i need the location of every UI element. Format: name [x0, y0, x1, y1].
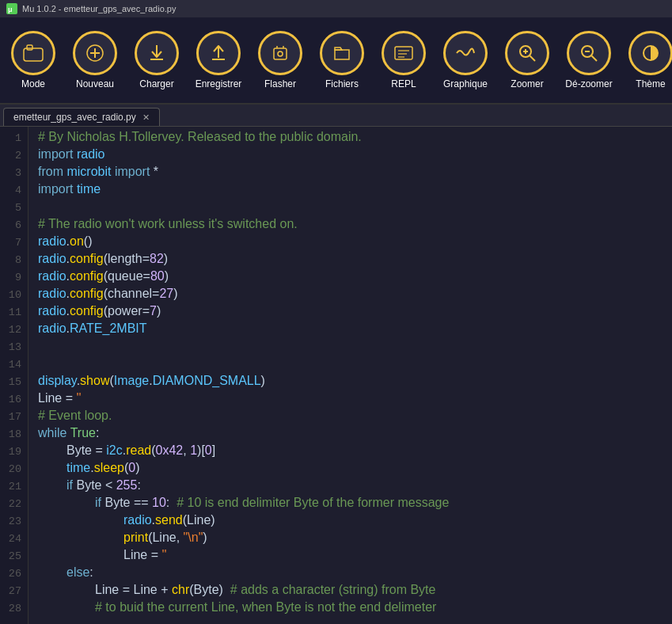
code-line-7: radio.on(): [38, 234, 663, 252]
nouveau-label: Nouveau: [76, 78, 114, 89]
svg-rect-11: [274, 48, 287, 59]
code-line-4: import time: [38, 182, 663, 200]
line-num: 22: [6, 496, 21, 513]
fichiers-icon: [320, 31, 364, 75]
code-line-25: Line = '': [38, 548, 663, 565]
fichiers-button[interactable]: Fichiers: [312, 25, 372, 96]
code-line-2: import radio: [38, 147, 663, 165]
tab-name: emetteur_gps_avec_radio.py: [13, 112, 136, 123]
flasher-button[interactable]: Flasher: [250, 25, 310, 96]
code-line-19: Byte = i2c.read(0x42, 1)[0]: [38, 443, 663, 461]
theme-label: Thème: [636, 78, 665, 89]
zoomer-button[interactable]: Zoomer: [497, 25, 557, 96]
toolbar: Mode Nouveau Charger: [0, 17, 672, 105]
window-title: Mu 1.0.2 - emetteur_gps_avec_radio.py: [22, 4, 176, 13]
dezoomer-icon: [567, 31, 611, 75]
line-num: 7: [6, 234, 21, 252]
line-num: 16: [6, 391, 21, 409]
line-num: 6: [6, 217, 21, 234]
close-tab-icon[interactable]: ✕: [142, 112, 150, 123]
line-num: 5: [6, 200, 21, 217]
graphique-icon: [443, 31, 488, 75]
line-num: 13: [6, 339, 21, 356]
mode-button[interactable]: Mode: [3, 25, 63, 96]
charger-button[interactable]: Charger: [127, 25, 187, 96]
line-num: 24: [6, 531, 21, 548]
line-num: 21: [6, 478, 21, 496]
mode-icon: [11, 31, 55, 75]
line-num: 26: [6, 565, 21, 583]
fichiers-label: Fichiers: [325, 78, 359, 89]
theme-icon: [628, 31, 672, 75]
mode-label: Mode: [21, 78, 45, 89]
svg-text:μ: μ: [8, 6, 13, 13]
code-line-11: radio.config(power=7): [38, 304, 663, 322]
code-line-6: # The radio won't work unless it's switc…: [38, 217, 663, 234]
charger-icon: [135, 31, 179, 75]
enregistrer-icon: [196, 31, 241, 75]
code-line-17: # Event loop.: [38, 409, 663, 426]
flasher-icon: [258, 31, 302, 75]
code-line-12: radio.RATE_2MBIT: [38, 322, 663, 339]
code-line-8: radio.config(length=82): [38, 252, 663, 269]
repl-label: REPL: [391, 78, 416, 89]
line-num: 14: [6, 356, 21, 374]
code-line-24: print(Line, "\n"): [38, 531, 663, 548]
code-content[interactable]: # By Nicholas H.Tollervey. Released to t…: [28, 127, 672, 624]
code-line-9: radio.config(queue=80): [38, 269, 663, 287]
line-numbers: 1 2 3 4 5 6 7 8 9 10 11 12 13 14 15 16 1…: [0, 127, 28, 624]
line-num: 17: [6, 409, 21, 426]
code-editor[interactable]: 1 2 3 4 5 6 7 8 9 10 11 12 13 14 15 16 1…: [0, 127, 672, 624]
line-num: 9: [6, 269, 21, 287]
zoomer-label: Zoomer: [511, 78, 543, 89]
line-num: 18: [6, 426, 21, 443]
zoomer-icon: [505, 31, 549, 75]
line-num: 15: [6, 374, 21, 391]
svg-line-24: [592, 56, 598, 62]
nouveau-icon: [73, 31, 117, 75]
line-num: 23: [6, 513, 21, 531]
graphique-label: Graphique: [443, 78, 488, 89]
theme-button[interactable]: Thème: [621, 25, 672, 96]
code-line-5: [38, 200, 663, 217]
code-line-14: [38, 356, 663, 374]
code-line-16: Line = '': [38, 391, 663, 409]
repl-icon: [382, 31, 426, 75]
line-num: 12: [6, 322, 21, 339]
line-num: 4: [6, 182, 21, 200]
dezoomer-button[interactable]: Dé-zoomer: [559, 25, 619, 96]
code-line-18: while True:: [38, 426, 663, 443]
code-line-1: # By Nicholas H.Tollervey. Released to t…: [38, 130, 663, 147]
code-line-10: radio.config(channel=27): [38, 287, 663, 304]
svg-rect-3: [27, 45, 32, 50]
enregistrer-button[interactable]: Enregistrer: [188, 25, 249, 96]
code-line-21: if Byte < 255:: [38, 478, 663, 496]
line-num: 10: [6, 287, 21, 304]
code-line-28: # to buid the current Line, when Byte is…: [38, 600, 663, 618]
line-num: 3: [6, 165, 21, 182]
title-bar: μ Mu 1.0.2 - emetteur_gps_avec_radio.py: [0, 0, 672, 17]
svg-line-20: [530, 56, 536, 62]
line-num: 8: [6, 252, 21, 269]
line-num: 19: [6, 443, 21, 461]
flasher-label: Flasher: [264, 78, 296, 89]
line-num: 11: [6, 304, 21, 322]
line-num: 25: [6, 548, 21, 565]
file-tab[interactable]: emetteur_gps_avec_radio.py ✕: [3, 108, 160, 126]
code-line-27: Line = Line + chr(Byte) # adds a charact…: [38, 583, 663, 600]
svg-point-12: [278, 51, 283, 56]
code-line-26: else:: [38, 565, 663, 583]
nouveau-button[interactable]: Nouveau: [65, 25, 125, 96]
app-icon: μ: [6, 3, 17, 14]
graphique-button[interactable]: Graphique: [435, 25, 495, 96]
code-line-15: display.show(Image.DIAMOND_SMALL): [38, 374, 663, 391]
line-num: 20: [6, 461, 21, 478]
line-num: 28: [6, 600, 21, 618]
repl-button[interactable]: REPL: [374, 25, 434, 96]
line-num: 27: [6, 583, 21, 600]
code-line-23: radio.send(Line): [38, 513, 663, 531]
code-line-13: [38, 339, 663, 356]
tab-bar: emetteur_gps_avec_radio.py ✕: [0, 105, 672, 127]
dezoomer-label: Dé-zoomer: [565, 78, 612, 89]
line-num: 2: [6, 147, 21, 165]
